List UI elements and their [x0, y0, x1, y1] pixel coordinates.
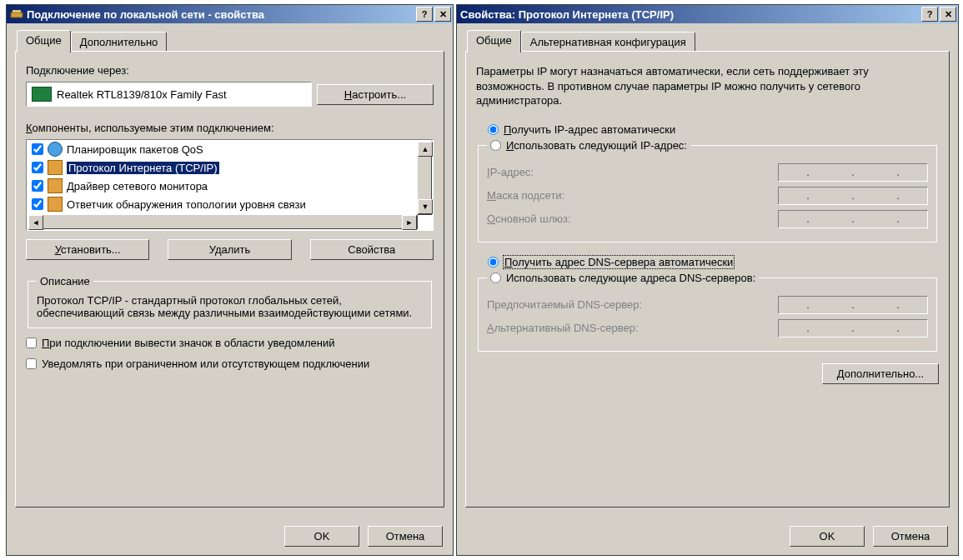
cancel-button[interactable]: Отмена: [873, 526, 948, 547]
preferred-dns-label: Предпочитаемый DNS-сервер:: [487, 298, 778, 311]
radio-use-dns[interactable]: Использовать следующие адреса DNS-сервер…: [490, 272, 755, 284]
checkbox-input[interactable]: [26, 338, 37, 348]
horizontal-scrollbar[interactable]: ◄ ►: [28, 214, 418, 229]
components-label: Компоненты, используемые этим подключени…: [26, 122, 434, 134]
radio-obtain-ip[interactable]: Получить IP-адрес автоматически: [488, 123, 939, 136]
tab-panel-general: Параметры IP могут назначаться автоматич…: [465, 51, 950, 508]
dialog-title: Подключение по локальной сети - свойства: [27, 8, 264, 21]
properties-button[interactable]: Свойства: [310, 239, 434, 260]
scroll-down-icon[interactable]: ▼: [418, 199, 433, 214]
titlebar[interactable]: Свойства: Протокол Интернета (TCP/IP) ? …: [457, 5, 958, 23]
description-legend: Описание: [37, 275, 93, 288]
protocol-icon: [48, 160, 63, 175]
remove-button[interactable]: Удалить: [168, 239, 291, 260]
item-label: Драйвер сетевого монитора: [67, 180, 208, 192]
limited-connectivity-checkbox[interactable]: Уведомлять при ограниченном или отсутств…: [26, 358, 434, 370]
tcpip-properties-dialog: Свойства: Протокол Интернета (TCP/IP) ? …: [456, 4, 959, 556]
radio-input[interactable]: [488, 257, 499, 268]
intro-text: Параметры IP могут назначаться автоматич…: [476, 64, 939, 108]
radio-obtain-dns[interactable]: Получить адрес DNS-сервера автоматически: [488, 256, 939, 268]
tab-advanced[interactable]: Дополнительно: [71, 32, 168, 52]
item-checkbox[interactable]: [32, 180, 43, 192]
ip-address-label: IP-адрес:: [487, 166, 778, 178]
ok-button[interactable]: OK: [790, 526, 865, 547]
list-item[interactable]: Планировщик пакетов QoS: [27, 140, 433, 158]
help-button[interactable]: ?: [416, 7, 433, 22]
tab-alt-config[interactable]: Альтернативная конфигурация: [521, 32, 695, 52]
help-button[interactable]: ?: [921, 7, 938, 22]
advanced-button[interactable]: Дополнительно...: [822, 363, 939, 384]
close-button[interactable]: ✕: [940, 7, 956, 22]
tab-general[interactable]: Общие: [17, 30, 71, 52]
subnet-mask-label: Маска подсети:: [487, 189, 778, 202]
static-ip-group: Использовать следующий IP-адрес: IP-адре…: [478, 139, 937, 242]
configure-button[interactable]: Настроить...: [317, 84, 434, 105]
item-checkbox[interactable]: [32, 143, 43, 155]
radio-use-ip[interactable]: Использовать следующий IP-адрес:: [490, 139, 687, 152]
adapter-name: Realtek RTL8139/810x Family Fast: [57, 88, 227, 101]
ok-button[interactable]: OK: [284, 526, 359, 547]
dialog-title: Свойства: Протокол Интернета (TCP/IP): [460, 8, 674, 21]
button-label: Отмена: [386, 530, 425, 542]
button-label: OK: [820, 530, 835, 542]
subnet-mask-field: ...: [778, 187, 928, 205]
checkbox-input[interactable]: [26, 358, 37, 369]
connect-via-label: Подключение через:: [26, 64, 434, 77]
adapter-display: Realtek RTL8139/810x Family Fast: [26, 82, 312, 107]
scroll-right-icon[interactable]: ►: [402, 215, 417, 230]
gateway-field: ...: [778, 210, 928, 228]
install-button[interactable]: Установить...: [26, 239, 149, 260]
tab-label: Дополнительно: [80, 36, 158, 48]
label-text: Предпочитаемый DNS-сервер:: [487, 298, 642, 311]
cancel-button[interactable]: Отмена: [368, 526, 443, 547]
description-group: Описание Протокол TCP/IP - стандартный п…: [28, 275, 432, 328]
button-label: Отмена: [891, 530, 930, 542]
network-adapter-icon: [10, 8, 23, 21]
titlebar[interactable]: Подключение по локальной сети - свойства…: [7, 5, 453, 23]
tab-panel-general: Подключение через: Realtek RTL8139/810x …: [15, 51, 444, 508]
svg-rect-0: [11, 12, 23, 18]
list-item-selected[interactable]: Протокол Интернета (TCP/IP): [27, 158, 433, 177]
item-checkbox[interactable]: [32, 198, 43, 210]
driver-icon: [48, 178, 63, 193]
description-text: Протокол TCP/IP - стандартный протокол г…: [37, 294, 423, 319]
responder-icon: [48, 197, 63, 212]
item-checkbox[interactable]: [32, 162, 43, 173]
notify-icon-checkbox[interactable]: При подключении вывести значок в области…: [26, 337, 434, 349]
checkbox-label: Уведомлять при ограниченном или отсутств…: [42, 358, 369, 370]
tab-label: Общие: [26, 34, 62, 47]
tab-strip: Общие Альтернативная конфигурация: [465, 32, 950, 52]
list-item[interactable]: Драйвер сетевого монитора: [27, 177, 433, 195]
vertical-scrollbar[interactable]: ▲ ▼: [417, 141, 432, 215]
qos-icon: [48, 142, 63, 157]
radio-input[interactable]: [488, 124, 499, 135]
tab-general[interactable]: Общие: [467, 30, 521, 52]
button-label: OK: [314, 530, 330, 542]
gateway-label: Основной шлюз:: [487, 212, 778, 225]
alternate-dns-label: Альтернативный DNS-сервер:: [487, 322, 778, 334]
svg-rect-1: [13, 10, 21, 12]
preferred-dns-field: ...: [778, 296, 928, 314]
button-label: Удалить: [209, 243, 251, 256]
tab-label: Общие: [476, 34, 512, 47]
close-button[interactable]: ✕: [434, 7, 451, 22]
static-dns-group: Использовать следующие адреса DNS-сервер…: [478, 272, 937, 352]
radio-input[interactable]: [490, 140, 501, 151]
button-label: Свойства: [348, 243, 395, 256]
scroll-up-icon[interactable]: ▲: [418, 142, 433, 157]
tab-strip: Общие Дополнительно: [15, 32, 444, 52]
item-label: Протокол Интернета (TCP/IP): [67, 162, 219, 174]
radio-input[interactable]: [490, 272, 501, 283]
nic-icon: [32, 87, 52, 102]
components-listbox[interactable]: Планировщик пакетов QoS Протокол Интерне…: [26, 139, 434, 231]
alternate-dns-field: ...: [778, 319, 928, 338]
lan-properties-dialog: Подключение по локальной сети - свойства…: [6, 4, 454, 556]
ip-address-field: ...: [778, 163, 928, 182]
list-item[interactable]: Ответчик обнаружения топологии уровня св…: [27, 195, 433, 213]
item-label: Ответчик обнаружения топологии уровня св…: [67, 198, 306, 211]
scroll-left-icon[interactable]: ◄: [28, 215, 43, 230]
item-label: Планировщик пакетов QoS: [67, 143, 203, 156]
tab-label: Альтернативная конфигурация: [530, 36, 686, 48]
label-text: Использовать следующие адреса DNS-сервер…: [506, 272, 755, 284]
